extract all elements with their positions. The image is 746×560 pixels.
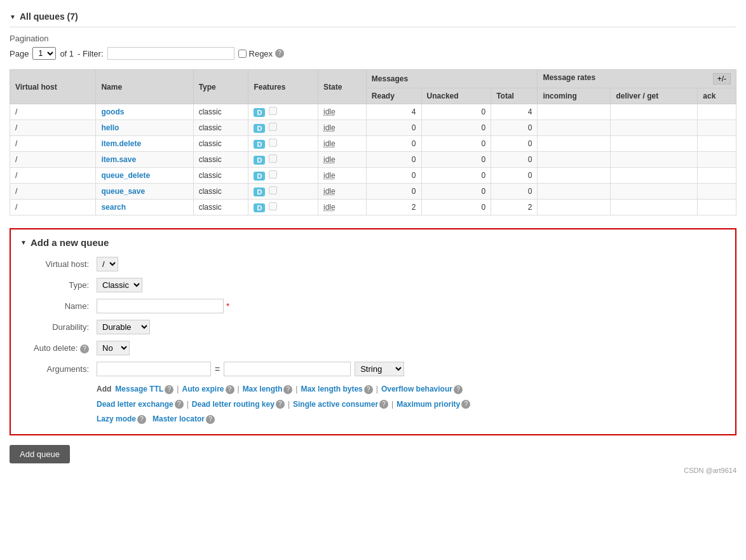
virtual-host-label: Virtual host: — [20, 259, 97, 269]
row-name[interactable]: search — [96, 200, 193, 215]
row-ready: 2 — [366, 200, 421, 215]
virtual-host-select[interactable]: / — [97, 257, 118, 271]
row-vhost: / — [10, 136, 96, 152]
row-incoming — [538, 136, 611, 152]
row-vhost: / — [10, 184, 96, 200]
row-ack — [698, 200, 736, 215]
filter-input[interactable] — [107, 47, 234, 60]
row-feature: D — [248, 152, 318, 168]
row-state: idle — [318, 168, 367, 184]
durability-select[interactable]: Durable Transient — [97, 320, 150, 334]
plus-minus-button[interactable]: +/- — [713, 73, 731, 85]
add-queue-section: ▼ Add a new queue Virtual host: / Type: … — [10, 228, 736, 435]
table-row: / queue_delete classic D idle 0 0 0 — [10, 168, 736, 184]
row-incoming — [538, 152, 611, 168]
max-length-bytes-help[interactable]: ? — [364, 385, 373, 394]
queues-table: Virtual host Name Type Features State Me… — [10, 69, 736, 215]
maximum-priority-help[interactable]: ? — [461, 400, 470, 409]
regex-help-icon[interactable]: ? — [275, 49, 284, 58]
row-total: 2 — [491, 200, 538, 215]
auto-delete-select[interactable]: No Yes — [97, 341, 130, 355]
row-ack — [698, 168, 736, 184]
max-length-help[interactable]: ? — [283, 385, 292, 394]
row-name[interactable]: queue_save — [96, 184, 193, 200]
overflow-behaviour-help[interactable]: ? — [454, 385, 463, 394]
col-ready: Ready — [366, 88, 421, 104]
row-ready: 0 — [366, 184, 421, 200]
of-label: of 1 — [60, 49, 74, 58]
name-input[interactable] — [97, 299, 224, 313]
pagination-label: Pagination — [10, 34, 736, 43]
arg-link-message-ttl[interactable]: Message TTL — [115, 383, 163, 397]
arg-link-maximum-priority[interactable]: Maximum priority — [397, 398, 460, 412]
arg-link-dead-letter-exchange[interactable]: Dead letter exchange — [97, 398, 173, 412]
lazy-mode-help[interactable]: ? — [137, 415, 146, 424]
dead-letter-routing-key-help[interactable]: ? — [276, 400, 285, 409]
regex-checkbox[interactable] — [238, 50, 247, 58]
dead-letter-exchange-help[interactable]: ? — [175, 400, 184, 409]
watermark: CSDN @art9614 — [10, 467, 736, 474]
row-type: classic — [193, 168, 248, 184]
col-features: Features — [248, 70, 318, 104]
table-row: / search classic D idle 2 0 2 — [10, 200, 736, 215]
row-vhost: / — [10, 152, 96, 168]
row-feature: D — [248, 200, 318, 215]
row-name[interactable]: item.save — [96, 152, 193, 168]
master-locator-help[interactable]: ? — [206, 415, 215, 424]
row-total: 0 — [491, 184, 538, 200]
row-feature: D — [248, 120, 318, 136]
row-unacked: 0 — [421, 200, 491, 215]
row-name[interactable]: goods — [96, 104, 193, 120]
table-row: / queue_save classic D idle 0 0 0 — [10, 184, 736, 200]
messages-group: Messages — [366, 70, 538, 88]
single-active-consumer-help[interactable]: ? — [379, 400, 388, 409]
argument-key-input[interactable] — [97, 362, 211, 376]
row-incoming — [538, 168, 611, 184]
argument-type-select[interactable]: String Number Boolean List — [355, 362, 404, 376]
row-unacked: 0 — [421, 152, 491, 168]
row-deliver-get — [611, 168, 698, 184]
row-state: idle — [318, 184, 367, 200]
row-name[interactable]: queue_delete — [96, 168, 193, 184]
argument-value-input[interactable] — [224, 362, 351, 376]
row-name[interactable]: item.delete — [96, 136, 193, 152]
row-name[interactable]: hello — [96, 120, 193, 136]
col-name: Name — [96, 70, 193, 104]
arg-link-max-length-bytes[interactable]: Max length bytes — [301, 383, 362, 397]
add-queue-button[interactable]: Add queue — [10, 445, 70, 463]
name-label: Name: — [20, 301, 97, 311]
arg-link-master-locator[interactable]: Master locator — [153, 413, 205, 427]
row-type: classic — [193, 200, 248, 215]
add-links-row: Add Message TTL ? | Auto expire ? | Max … — [97, 383, 726, 397]
arg-link-overflow-behaviour[interactable]: Overflow behaviour — [381, 383, 452, 397]
auto-delete-help-icon[interactable]: ? — [80, 345, 89, 353]
type-select[interactable]: Classic — [97, 278, 142, 292]
arg-link-lazy-mode[interactable]: Lazy mode — [97, 413, 136, 427]
row-deliver-get — [611, 184, 698, 200]
auto-expire-help[interactable]: ? — [226, 385, 234, 394]
arg-link-max-length[interactable]: Max length — [243, 383, 283, 397]
row-deliver-get — [611, 200, 698, 215]
pagination-row: Page 1 of 1 - Filter: Regex ? — [10, 47, 736, 60]
row-state: idle — [318, 104, 367, 120]
row-incoming — [538, 120, 611, 136]
row-incoming — [538, 104, 611, 120]
collapse-chevron[interactable]: ▼ — [10, 13, 16, 20]
col-ack: ack — [698, 88, 736, 104]
arg-link-single-active-consumer[interactable]: Single active consumer — [293, 398, 378, 412]
row-incoming — [538, 200, 611, 215]
message-rates-group: Message rates +/- — [538, 70, 736, 88]
message-ttl-help[interactable]: ? — [165, 385, 173, 394]
row-deliver-get — [611, 104, 698, 120]
arg-link-auto-expire[interactable]: Auto expire — [182, 383, 224, 397]
row-vhost: / — [10, 168, 96, 184]
arg-link-dead-letter-routing-key[interactable]: Dead letter routing key — [192, 398, 275, 412]
filter-label: - Filter: — [78, 49, 103, 58]
add-queue-chevron[interactable]: ▼ — [20, 239, 27, 246]
page-select[interactable]: 1 — [32, 47, 56, 60]
row-incoming — [538, 184, 611, 200]
row-deliver-get — [611, 136, 698, 152]
table-row: / item.delete classic D idle 0 0 0 — [10, 136, 736, 152]
virtual-host-row: Virtual host: / — [20, 257, 726, 271]
row-deliver-get — [611, 152, 698, 168]
